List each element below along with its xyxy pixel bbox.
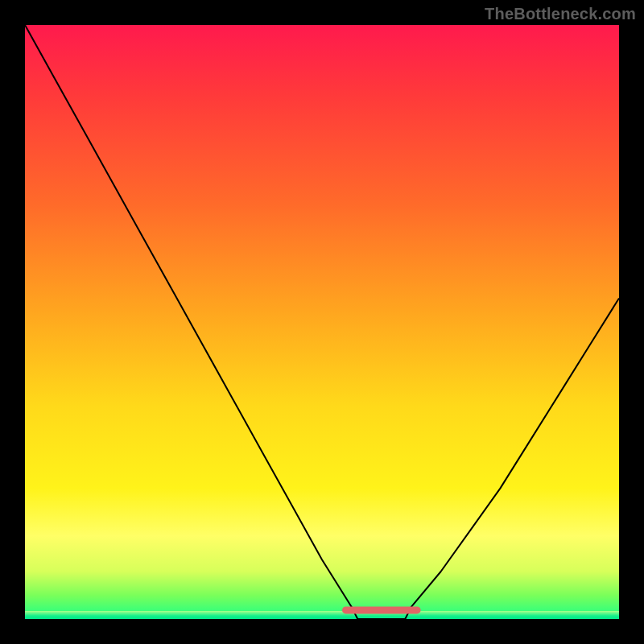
chart-frame: TheBottleneck.com [0, 0, 644, 644]
chart-svg [25, 25, 619, 619]
watermark-text: TheBottleneck.com [485, 5, 636, 23]
bottleneck-curve [25, 25, 619, 619]
